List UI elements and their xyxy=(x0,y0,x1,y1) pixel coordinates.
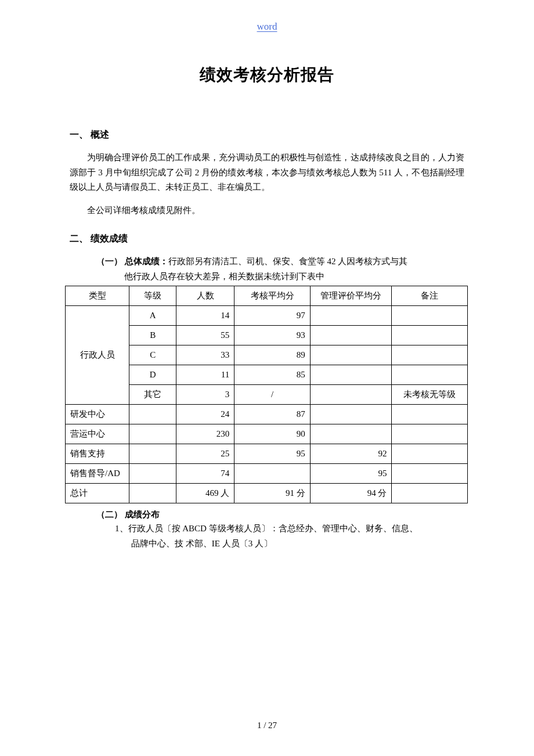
cell-note xyxy=(392,365,468,385)
cell-count: 11 xyxy=(176,365,234,385)
table-header-row: 类型 等级 人数 考核平均分 管理评价平均分 备注 xyxy=(66,286,468,306)
cell-grade: A xyxy=(129,306,176,326)
th-type: 类型 xyxy=(66,286,129,306)
cell-note xyxy=(392,464,468,484)
subsection-1-text: 行政部另有清洁工、司机、保安、食堂等 42 人因考核方式与其 xyxy=(168,257,408,266)
cell-count: 469 人 xyxy=(176,484,234,503)
cell-avg: 91 分 xyxy=(234,484,311,503)
cell-count: 14 xyxy=(176,306,234,326)
results-table: 类型 等级 人数 考核平均分 管理评价平均分 备注 行政人员 A 14 97 B… xyxy=(65,286,468,503)
cell-avg: 90 xyxy=(234,424,311,444)
cell-type: 研发中心 xyxy=(66,405,129,424)
cell-avg: 87 xyxy=(234,405,311,424)
cell-note xyxy=(392,306,468,326)
cell-mgmt xyxy=(310,405,392,424)
cell-avg: 97 xyxy=(234,306,311,326)
table-row: 研发中心 24 87 xyxy=(66,405,468,424)
cell-count: 25 xyxy=(176,444,234,464)
cell-count: 230 xyxy=(176,424,234,444)
cell-avg: 95 xyxy=(234,444,311,464)
cell-avg: 93 xyxy=(234,326,311,345)
cell-grade xyxy=(129,484,176,503)
page-footer: 1 / 27 xyxy=(0,721,534,730)
cell-mgmt: 94 分 xyxy=(310,484,392,503)
table-row: 销售督导/AD 74 95 xyxy=(66,464,468,484)
cell-count: 55 xyxy=(176,326,234,345)
document-title: 绩效考核分析报告 xyxy=(70,64,464,86)
th-grade: 等级 xyxy=(129,286,176,306)
cell-avg: 89 xyxy=(234,345,311,365)
cell-mgmt xyxy=(310,306,392,326)
cell-mgmt xyxy=(310,365,392,385)
cell-mgmt xyxy=(310,385,392,405)
cell-count: 24 xyxy=(176,405,234,424)
th-avg: 考核平均分 xyxy=(234,286,311,306)
cell-grade xyxy=(129,424,176,444)
cell-grade xyxy=(129,405,176,424)
th-count: 人数 xyxy=(176,286,234,306)
cell-note: 未考核无等级 xyxy=(392,385,468,405)
table-row: 行政人员 A 14 97 xyxy=(66,306,468,326)
cell-grade: B xyxy=(129,326,176,345)
cell-type: 销售督导/AD xyxy=(66,464,129,484)
th-mgmt: 管理评价平均分 xyxy=(310,286,392,306)
section-1-para-1: 为明确合理评价员工的工作成果，充分调动员工的积极性与创造性，达成持续改良之目的，… xyxy=(70,150,464,195)
cell-note xyxy=(392,405,468,424)
cell-grade: C xyxy=(129,345,176,365)
table-row: 总计 469 人 91 分 94 分 xyxy=(66,484,468,503)
section-1-heading: 一、 概述 xyxy=(70,129,464,141)
section-2-heading: 二、 绩效成绩 xyxy=(70,233,464,245)
table-body: 行政人员 A 14 97 B 55 93 C 33 89 xyxy=(66,306,468,503)
cell-note xyxy=(392,444,468,464)
cell-grade: 其它 xyxy=(129,385,176,405)
cell-note xyxy=(392,345,468,365)
subsection-1-row: （一） 总体成绩：行政部另有清洁工、司机、保安、食堂等 42 人因考核方式与其 xyxy=(96,254,464,268)
cell-mgmt: 92 xyxy=(310,444,392,464)
header-link[interactable]: word xyxy=(0,21,534,33)
cell-type: 销售支持 xyxy=(66,444,129,464)
subsection-1-cont: 他行政人员存在较大差异，相关数据未统计到下表中 xyxy=(124,269,464,283)
cell-avg: / xyxy=(234,385,311,405)
cell-mgmt: 95 xyxy=(310,464,392,484)
cell-note xyxy=(392,484,468,503)
cell-mgmt xyxy=(310,345,392,365)
subsection-1-label: （一） 总体成绩： xyxy=(96,257,168,266)
cell-note xyxy=(392,326,468,345)
cell-count: 33 xyxy=(176,345,234,365)
cell-type: 总计 xyxy=(66,484,129,503)
cell-avg xyxy=(234,464,311,484)
list-item-1: 1、行政人员〔按 ABCD 等级考核人员〕：含总经办、管理中心、财务、信息、 xyxy=(115,521,464,537)
list-item-1-cont: 品牌中心、技 术部、IE 人员〔3 人〕 xyxy=(131,537,464,552)
page-content: 绩效考核分析报告 一、 概述 为明确合理评价员工的工作成果，充分调动员工的积极性… xyxy=(70,64,464,551)
section-1-para-2: 全公司详细考核成绩见附件。 xyxy=(70,203,464,218)
cell-grade: D xyxy=(129,365,176,385)
cell-avg: 85 xyxy=(234,365,311,385)
table-row: 营运中心 230 90 xyxy=(66,424,468,444)
cell-count: 3 xyxy=(176,385,234,405)
th-note: 备注 xyxy=(392,286,468,306)
cell-type: 行政人员 xyxy=(66,306,129,405)
cell-count: 74 xyxy=(176,464,234,484)
table-row: 销售支持 25 95 92 xyxy=(66,444,468,464)
cell-type: 营运中心 xyxy=(66,424,129,444)
subsection-2-label: （二） 成绩分布 xyxy=(96,509,464,520)
cell-mgmt xyxy=(310,424,392,444)
cell-grade xyxy=(129,444,176,464)
cell-mgmt xyxy=(310,326,392,345)
cell-note xyxy=(392,424,468,444)
cell-grade xyxy=(129,464,176,484)
